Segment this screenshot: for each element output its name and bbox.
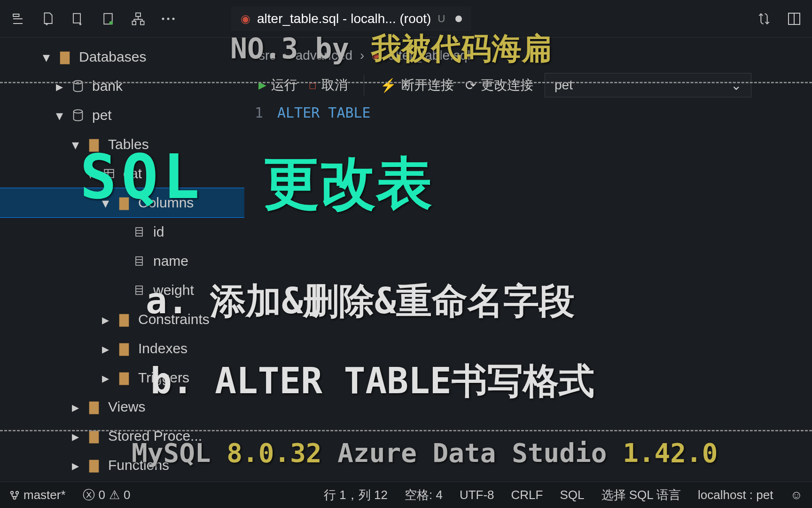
- select-sql[interactable]: 选择 SQL 语言: [601, 487, 681, 503]
- breadcrumb-segment[interactable]: advanced: [296, 48, 352, 63]
- error-icon: ⓧ: [83, 487, 95, 503]
- code-content: ALTER TABLE: [277, 104, 371, 121]
- tab-badge: U: [437, 13, 445, 25]
- dirty-indicator-icon: [455, 16, 462, 22]
- tree-db-bank[interactable]: ▸ bank: [0, 71, 244, 101]
- tree-label: Databases: [79, 49, 146, 65]
- chevron-right-icon: ▸: [70, 401, 81, 413]
- svg-point-8: [172, 17, 175, 20]
- chevron-down-icon: ▾: [40, 51, 52, 63]
- tree-constraints[interactable]: ▸ ▇ Constraints: [0, 305, 244, 334]
- tree-views[interactable]: ▸ ▇ Views: [0, 392, 244, 421]
- editor-pane: src › advanced › ◉ alter_table.sql ▶ 运行 …: [244, 38, 812, 494]
- tree-label: Constraints: [138, 311, 210, 327]
- svg-point-12: [74, 110, 83, 113]
- tree-label: Stored Proce...: [108, 428, 202, 444]
- svg-rect-3: [136, 13, 141, 16]
- svg-rect-19: [136, 257, 142, 265]
- tree-column-name[interactable]: name: [0, 246, 244, 276]
- chevron-right-icon: ▸: [100, 343, 111, 354]
- eol[interactable]: CRLF: [511, 488, 543, 502]
- svg-point-2: [109, 21, 113, 25]
- notebook-icon[interactable]: [100, 10, 117, 27]
- folder-icon: ▇: [117, 370, 132, 385]
- chevron-down-icon: ▾: [70, 139, 81, 150]
- warning-count: 0: [124, 488, 130, 502]
- new-file-icon[interactable]: [39, 10, 56, 27]
- chevron-right-icon: ▸: [100, 372, 111, 383]
- code-line[interactable]: 1 ALTER TABLE: [244, 102, 812, 124]
- folder-icon: ▇: [117, 312, 132, 327]
- feedback-icon[interactable]: ☺: [790, 488, 803, 502]
- tree-label: name: [153, 253, 188, 269]
- tree-db-pet[interactable]: ▾ pet: [0, 101, 244, 130]
- folder-icon: ▇: [86, 429, 102, 444]
- tree-stored-proc[interactable]: ▸ ▇ Stored Proce...: [0, 421, 244, 451]
- tree-label: Columns: [138, 195, 194, 211]
- branch-icon: [9, 490, 20, 500]
- error-count: 0: [99, 488, 105, 502]
- svg-rect-22: [136, 286, 142, 294]
- connection[interactable]: localhost : pet: [698, 488, 773, 502]
- column-icon: [132, 224, 147, 239]
- tree-label: Functions: [108, 457, 169, 473]
- stop-icon: ◻: [309, 79, 317, 91]
- tree-label: weight: [153, 282, 194, 298]
- language[interactable]: SQL: [560, 488, 584, 502]
- tree-columns[interactable]: ▾ ▇ Columns: [0, 188, 244, 217]
- problems[interactable]: ⓧ0 ⚠0: [83, 487, 131, 503]
- folder-icon: ▇: [117, 195, 132, 210]
- encoding[interactable]: UTF-8: [460, 488, 494, 502]
- change-connection-button[interactable]: ⟳ 更改连接: [465, 76, 533, 94]
- tree-label: Views: [108, 399, 145, 415]
- database-select-value: pet: [554, 78, 573, 93]
- svg-rect-0: [73, 13, 80, 23]
- git-branch[interactable]: master*: [9, 488, 66, 502]
- folder-icon: ▇: [86, 137, 102, 152]
- tree-databases[interactable]: ▾ ▇ Databases: [0, 42, 244, 71]
- hierarchy-icon[interactable]: [130, 10, 147, 27]
- svg-point-11: [74, 80, 83, 84]
- tree-label: Indexes: [138, 341, 187, 357]
- svg-rect-13: [104, 169, 114, 177]
- folder-icon: ▇: [117, 341, 132, 356]
- tree-label: Tables: [108, 136, 149, 152]
- tree-indexes[interactable]: ▸ ▇ Indexes: [0, 334, 244, 363]
- indent[interactable]: 空格: 4: [405, 487, 443, 503]
- cursor-position[interactable]: 行 1，列 12: [324, 487, 388, 503]
- chevron-down-icon: ▾: [54, 110, 65, 121]
- column-icon: [132, 283, 147, 298]
- run-button[interactable]: ▶ 运行: [258, 76, 297, 94]
- status-bar: master* ⓧ0 ⚠0 行 1，列 12 空格: 4 UTF-8 CRLF …: [0, 482, 812, 508]
- change-conn-label: 更改连接: [481, 76, 533, 94]
- chevron-down-icon: ⌄: [731, 78, 742, 93]
- database-select[interactable]: pet ⌄: [545, 73, 751, 97]
- tree-label: id: [153, 224, 164, 240]
- breadcrumb-file[interactable]: alter_table.sql: [388, 48, 470, 63]
- chevron-right-icon: ▸: [54, 80, 65, 92]
- more-icon[interactable]: [160, 10, 177, 27]
- split-icon[interactable]: [786, 10, 803, 27]
- tab-title: alter_table.sql - localh... (root): [257, 11, 431, 26]
- run-label: 运行: [271, 76, 297, 94]
- breadcrumb-segment[interactable]: src: [258, 48, 276, 63]
- toolbar-icon-1[interactable]: [9, 10, 26, 27]
- folder-icon: ▇: [57, 49, 72, 64]
- database-file-icon: ◉: [372, 49, 381, 62]
- cancel-button[interactable]: ◻ 取消: [309, 76, 348, 94]
- tree-label: bank: [92, 78, 123, 94]
- tree-column-id[interactable]: id: [0, 217, 244, 246]
- editor-tab[interactable]: ◉ alter_table.sql - localh... (root) U: [231, 7, 471, 31]
- new-query-icon[interactable]: [70, 10, 86, 27]
- tree-functions[interactable]: ▸ ▇ Functions: [0, 451, 244, 480]
- svg-point-26: [16, 491, 19, 494]
- compare-icon[interactable]: [756, 10, 773, 27]
- tree-triggers[interactable]: ▸ ▇ Triggers: [0, 363, 244, 392]
- chevron-right-icon: ▸: [70, 460, 81, 471]
- database-explorer-sidebar: ▾ ▇ Databases ▸ bank ▾ pet ▾ ▇ Tables ▾ …: [0, 38, 244, 494]
- tree-table-cat[interactable]: ▾ cat: [0, 159, 244, 188]
- tree-column-weight[interactable]: weight: [0, 276, 244, 305]
- breadcrumb[interactable]: src › advanced › ◉ alter_table.sql: [244, 42, 812, 69]
- tree-tables[interactable]: ▾ ▇ Tables: [0, 130, 244, 159]
- disconnect-button[interactable]: ⚡ 断开连接: [380, 76, 454, 94]
